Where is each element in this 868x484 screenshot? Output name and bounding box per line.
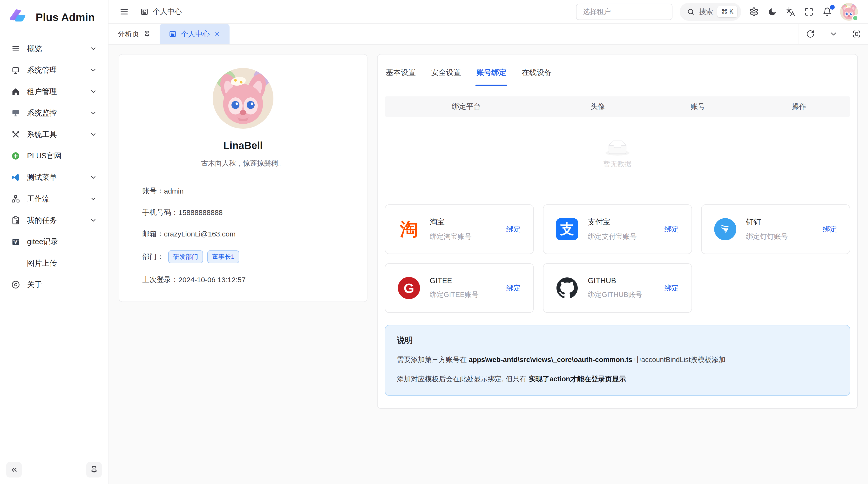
sidebar: Plus Admin 概览 系统管理 租户管理 <box>0 0 108 484</box>
binding-name: GITHUB <box>588 277 642 285</box>
profile-name: LinaBell <box>142 140 344 151</box>
binding-desc: 绑定钉钉账号 <box>746 232 788 241</box>
tab-online-devices[interactable]: 在线设备 <box>521 62 553 86</box>
svg-text:¥: ¥ <box>14 240 17 245</box>
sidebar-item-my-tasks[interactable]: 我的任务 <box>5 211 103 230</box>
sidebar-footer <box>0 459 108 484</box>
binding-card-alipay: 支 支付宝 绑定支付宝账号 绑定 <box>543 204 692 254</box>
binding-desc: 绑定GITEE账号 <box>430 290 478 300</box>
tab-profile-center[interactable]: 个人中心 <box>160 24 229 44</box>
sidebar-item-gitee-record[interactable]: ¥ gitee记录 <box>5 232 103 251</box>
moon-icon <box>768 7 777 17</box>
sidebar-item-workflow[interactable]: 工作流 <box>5 189 103 208</box>
pin-icon[interactable] <box>144 31 151 37</box>
tab-label: 个人中心 <box>181 29 210 39</box>
menu-lines-icon <box>11 44 20 53</box>
alipay-logo-icon: 支 <box>556 218 578 240</box>
breadcrumb: 个人中心 <box>140 7 182 17</box>
profile-field-account: 账号： admin <box>142 186 344 196</box>
field-label: 部门： <box>142 252 164 262</box>
sidebar-item-system-management[interactable]: 系统管理 <box>5 61 103 80</box>
sidebar-item-label: 概览 <box>27 44 42 54</box>
sidebar-item-image-upload[interactable]: 图片上传 <box>5 254 103 273</box>
sidebar-item-tenant-management[interactable]: 租户管理 <box>5 82 103 101</box>
sidebar-item-label: 图片上传 <box>27 258 57 268</box>
tab-refresh-button[interactable] <box>799 24 822 44</box>
binding-name: 淘宝 <box>430 217 472 227</box>
sidebar-item-system-tools[interactable]: 系统工具 <box>5 125 103 144</box>
settings-panel: 基本设置 安全设置 账号绑定 在线设备 绑定平台 头像 账号 操作 <box>377 54 858 409</box>
sidebar-item-plus-website[interactable]: PLUS官网 <box>5 146 103 166</box>
page-tabs-bar: 分析页 个人中心 <box>108 24 868 45</box>
profile-card: LinaBell 古木向人秋，惊蓬掠鬓稠。 账号： admin 手机号码： 15… <box>119 54 368 302</box>
tab-more-button[interactable] <box>822 24 845 44</box>
sidebar-pin-button[interactable] <box>86 462 102 478</box>
empty-state-text: 暂无数据 <box>603 159 631 169</box>
breadcrumb-label: 个人中心 <box>153 7 182 17</box>
close-icon[interactable] <box>214 31 220 37</box>
languages-icon <box>786 7 795 17</box>
empty-inbox-icon <box>606 140 629 156</box>
field-label: 手机号码： <box>142 207 179 218</box>
tab-maximize-button[interactable] <box>845 24 868 44</box>
tab-security-settings[interactable]: 安全设置 <box>430 62 462 86</box>
content-area: LinaBell 古木向人秋，惊蓬掠鬓稠。 账号： admin 手机号码： 15… <box>108 45 868 418</box>
sidebar-item-label: 我的任务 <box>27 215 57 225</box>
bind-alipay-link[interactable]: 绑定 <box>664 224 679 234</box>
profile-field-department: 部门： 研发部门 董事长1 <box>142 251 344 263</box>
user-avatar-button[interactable] <box>840 3 858 21</box>
fullscreen-button[interactable] <box>803 6 814 18</box>
sidebar-menu: 概览 系统管理 租户管理 系统监控 <box>0 29 108 459</box>
tools-icon <box>11 130 20 139</box>
chevron-down-icon <box>90 109 97 117</box>
column-header: 头像 <box>548 102 648 111</box>
binding-name: 钉钉 <box>746 217 788 227</box>
notifications-button[interactable] <box>822 6 833 18</box>
github-logo-icon <box>556 277 578 299</box>
id-card-icon <box>140 8 149 16</box>
settings-button[interactable] <box>748 6 760 18</box>
global-search[interactable]: 搜索 ⌘ K <box>680 3 741 21</box>
binding-desc: 绑定支付宝账号 <box>588 232 637 241</box>
app-logo[interactable]: Plus Admin <box>0 0 108 29</box>
binding-table-header: 绑定平台 头像 账号 操作 <box>385 96 850 117</box>
gitee-logo-icon: G <box>398 277 420 299</box>
sidebar-toggle-button[interactable] <box>119 6 130 18</box>
sidebar-item-label: 系统管理 <box>27 65 57 75</box>
tab-analysis[interactable]: 分析页 <box>108 24 160 44</box>
sitemap-icon <box>11 194 20 203</box>
topbar: 个人中心 搜索 ⌘ K <box>108 0 868 24</box>
sidebar-item-label: 系统监控 <box>27 108 57 118</box>
empty-state: 暂无数据 <box>385 117 850 193</box>
sidebar-item-about[interactable]: 关于 <box>5 275 103 294</box>
binding-name: GITEE <box>430 277 478 285</box>
sidebar-collapse-button[interactable] <box>6 462 22 478</box>
sidebar-item-system-monitor[interactable]: 系统监控 <box>5 103 103 123</box>
clipboard-icon <box>11 216 20 225</box>
bind-taobao-link[interactable]: 绑定 <box>506 224 521 234</box>
sidebar-item-test-menu[interactable]: 测试菜单 <box>5 168 103 187</box>
chevron-down-icon <box>90 88 97 95</box>
bind-github-link[interactable]: 绑定 <box>664 283 679 293</box>
binding-name: 支付宝 <box>588 217 637 227</box>
tenant-select-input[interactable] <box>576 4 673 20</box>
field-label: 邮箱： <box>142 229 164 239</box>
bind-gitee-link[interactable]: 绑定 <box>506 283 521 293</box>
profile-motto: 古木向人秋，惊蓬掠鬓稠。 <box>142 159 344 168</box>
window-icon <box>11 66 20 75</box>
search-label: 搜索 <box>699 7 713 17</box>
fullscreen-icon <box>804 7 813 17</box>
theme-toggle-button[interactable] <box>767 6 778 18</box>
note-title: 说明 <box>397 335 838 346</box>
tab-basic-settings[interactable]: 基本设置 <box>385 62 416 86</box>
note-line-2: 添加对应模板后会在此处显示绑定, 但只有 实现了action才能在登录页显示 <box>397 374 838 384</box>
profile-field-phone: 手机号码： 15888888888 <box>142 207 344 218</box>
language-button[interactable] <box>785 6 796 18</box>
field-value: 2024-10-06 13:12:57 <box>179 276 246 284</box>
profile-field-last-login: 上次登录： 2024-10-06 13:12:57 <box>142 275 344 285</box>
gear-icon <box>749 7 759 17</box>
bind-dingtalk-link[interactable]: 绑定 <box>823 224 837 234</box>
tab-account-binding[interactable]: 账号绑定 <box>475 62 507 86</box>
sidebar-item-overview[interactable]: 概览 <box>5 39 103 58</box>
search-icon <box>687 8 695 16</box>
